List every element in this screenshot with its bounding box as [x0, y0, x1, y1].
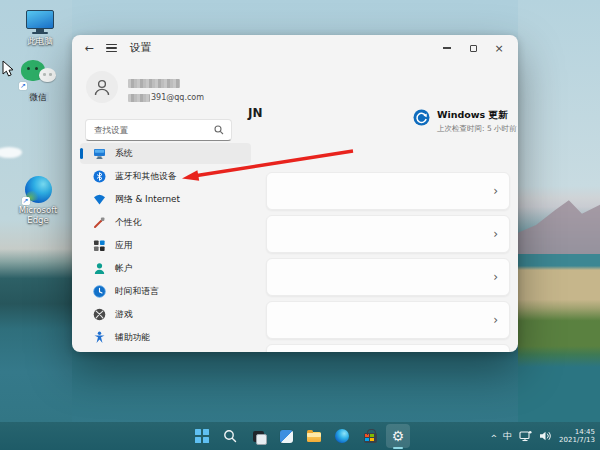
clock-icon — [93, 285, 106, 298]
person-icon — [92, 77, 112, 97]
wechat-label: 微信 — [28, 92, 49, 102]
sidebar-item-personalization[interactable]: 个性化 — [80, 212, 251, 233]
chevron-right-icon: › — [493, 314, 498, 326]
windows-logo-icon — [195, 429, 208, 442]
brush-icon — [93, 216, 106, 229]
desktop-icon-this-pc[interactable]: 此电脑 — [14, 10, 66, 46]
start-button[interactable] — [190, 424, 214, 448]
chevron-right-icon: › — [493, 185, 498, 197]
task-view-icon — [253, 431, 264, 442]
chevron-right-icon: › — [493, 228, 498, 240]
sidebar-item-system[interactable]: 系统 — [80, 143, 251, 164]
taskbar: ⚙ › 中 14:45 2021/7/13 — [0, 422, 600, 450]
ime-indicator[interactable]: 中 — [503, 430, 512, 443]
settings-search-box[interactable] — [85, 119, 232, 141]
shortcut-arrow-badge: ↗ — [19, 82, 27, 90]
windows-update-icon — [413, 109, 430, 126]
taskbar-search-button[interactable] — [218, 424, 242, 448]
gear-icon: ⚙ — [392, 429, 405, 443]
store-bag-icon — [364, 433, 377, 443]
settings-row[interactable]: › — [266, 215, 510, 253]
mouse-cursor — [2, 60, 15, 78]
monitor-icon — [93, 147, 106, 160]
edge-icon: ↗ — [25, 176, 52, 203]
system-tray: › 中 14:45 2021/7/13 — [492, 422, 595, 450]
search-icon — [223, 429, 237, 443]
edge-taskbar-button[interactable] — [330, 424, 354, 448]
email-text: 391@qq.com — [151, 93, 204, 102]
user-avatar[interactable] — [86, 71, 118, 103]
page-heading-fragment: JN — [248, 106, 263, 120]
email-prefix-redacted — [128, 94, 150, 102]
search-input[interactable] — [86, 125, 214, 135]
clock-time: 14:45 — [559, 428, 595, 437]
windows-update-subtitle: 上次检查时间: 5 小时前 — [437, 124, 517, 134]
bluetooth-icon — [93, 170, 106, 183]
taskbar-clock[interactable]: 14:45 2021/7/13 — [559, 428, 595, 445]
sidebar-item-accounts[interactable]: 帐户 — [80, 258, 251, 279]
maximize-button[interactable] — [460, 35, 486, 61]
close-button[interactable]: × — [486, 35, 512, 61]
chevron-right-icon: › — [493, 271, 498, 283]
clock-date: 2021/7/13 — [559, 436, 595, 445]
back-button[interactable]: ← — [78, 42, 100, 55]
folder-icon — [307, 432, 321, 442]
sidebar-item-bluetooth[interactable]: 蓝牙和其他设备 — [80, 166, 251, 187]
wechat-icon: ↗ — [19, 60, 57, 90]
settings-row[interactable]: › — [266, 344, 510, 352]
selected-indicator — [80, 148, 83, 159]
sidebar-item-time-language[interactable]: 时间和语言 — [80, 281, 251, 302]
this-pc-icon — [26, 10, 54, 34]
sidebar-item-gaming[interactable]: 游戏 — [80, 304, 251, 325]
settings-row[interactable]: › — [266, 301, 510, 339]
settings-row[interactable]: › — [266, 172, 510, 210]
menu-icon[interactable] — [100, 44, 122, 53]
windows-update-status[interactable]: Windows 更新 上次检查时间: 5 小时前 — [413, 109, 517, 134]
titlebar[interactable]: ← 设置 × — [72, 35, 518, 61]
account-person-icon — [93, 262, 106, 275]
sidebar-item-network[interactable]: 网络 & Internet — [80, 189, 251, 210]
wifi-icon — [93, 193, 106, 206]
settings-content-rows: › › › › › — [266, 172, 510, 352]
window-title: 设置 — [130, 41, 151, 55]
network-icon[interactable] — [519, 430, 532, 442]
sidebar-item-apps[interactable]: 应用 — [80, 235, 251, 256]
search-icon — [214, 125, 224, 135]
settings-taskbar-button[interactable]: ⚙ — [386, 424, 410, 448]
this-pc-label: 此电脑 — [27, 36, 53, 46]
user-name-redacted — [128, 79, 180, 88]
microsoft-store-button[interactable] — [358, 424, 382, 448]
widgets-button[interactable] — [274, 424, 298, 448]
settings-window: ← 设置 × 391@qq.com JN 系统 — [72, 35, 518, 352]
shortcut-arrow-badge: ↗ — [22, 197, 30, 205]
sidebar-item-accessibility[interactable]: 辅助功能 — [80, 327, 251, 348]
tray-overflow-chevron-icon[interactable]: › — [489, 434, 499, 438]
settings-row[interactable]: › — [266, 258, 510, 296]
windows-update-title: Windows 更新 — [437, 109, 517, 122]
edge-label: Microsoft Edge — [12, 205, 64, 225]
accessibility-icon — [93, 331, 106, 344]
volume-icon[interactable] — [539, 430, 552, 442]
file-explorer-button[interactable] — [302, 424, 326, 448]
user-email: 391@qq.com — [128, 93, 204, 102]
minimize-button[interactable] — [434, 35, 460, 61]
xbox-icon — [93, 308, 106, 321]
edge-icon — [335, 429, 349, 443]
desktop-icon-edge[interactable]: ↗ Microsoft Edge — [12, 176, 64, 225]
desktop-icon-wechat[interactable]: ↗ 微信 — [12, 60, 64, 102]
task-view-button[interactable] — [246, 424, 270, 448]
settings-sidebar: 系统 蓝牙和其他设备 网络 & Internet 个性化 应用 — [80, 143, 251, 350]
apps-grid-icon — [93, 239, 106, 252]
widgets-icon — [280, 430, 293, 443]
